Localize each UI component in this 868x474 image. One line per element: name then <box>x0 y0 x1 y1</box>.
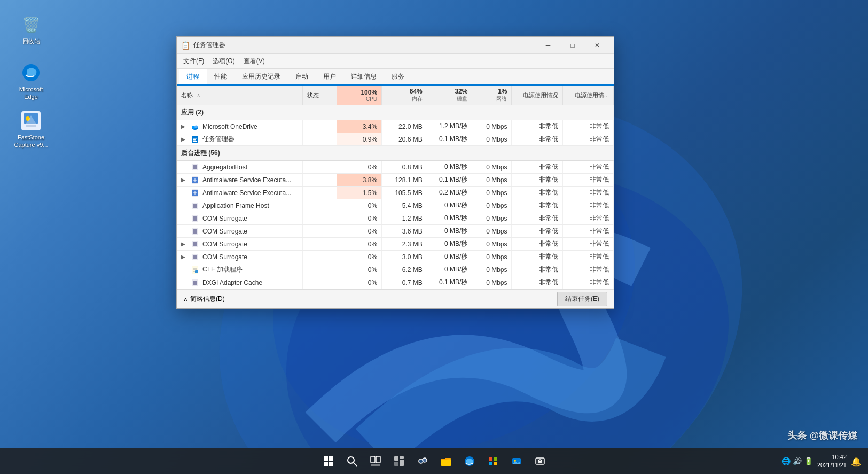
process-disk: 0.1 MB/秒 <box>427 133 472 146</box>
notification-icon[interactable]: 🔔 <box>851 456 862 467</box>
process-table-container[interactable]: 名称 ∧ 状态 100% CPU 64% 内存 32% 磁盘 <box>177 86 614 289</box>
svg-point-57 <box>419 460 423 463</box>
process-cpu: 0% <box>337 199 382 212</box>
taskbar-start-button[interactable] <box>318 450 339 472</box>
clock-time: 10:42 <box>817 453 847 461</box>
taskbar-chat-button[interactable] <box>412 450 433 472</box>
tab-bar: 进程 性能 应用历史记录 启动 用户 详细信息 服务 <box>177 69 614 86</box>
process-name-text: COM Surrogate <box>202 253 247 261</box>
process-row[interactable]: Application Frame Host0%5.4 MB0 MB/秒0 Mb… <box>177 199 614 212</box>
expand-arrow-icon[interactable]: ▶ <box>181 177 187 183</box>
process-disk: 0.1 MB/秒 <box>427 276 472 289</box>
taskbar-explorer-button[interactable] <box>435 450 457 472</box>
process-row[interactable]: COM Surrogate0%1.2 MB0 MB/秒0 Mbps非常低非常低 <box>177 212 614 225</box>
desktop-icon-edge[interactable]: Microsoft Edge <box>10 59 52 104</box>
process-icon <box>191 266 199 274</box>
network-icon[interactable]: 🌐 <box>781 457 791 465</box>
process-mem: 128.1 MB <box>382 174 427 187</box>
process-icon <box>191 201 199 210</box>
process-icon <box>191 240 199 248</box>
tab-processes[interactable]: 进程 <box>179 69 207 86</box>
process-power: 非常低 <box>512 225 562 238</box>
collapse-button[interactable]: ∧ 简略信息(D) <box>183 294 225 304</box>
process-power: 非常低 <box>512 263 562 276</box>
process-power2: 非常低 <box>562 251 613 263</box>
process-row[interactable]: ▶Microsoft OneDrive3.4%22.0 MB1.2 MB/秒0 … <box>177 120 614 133</box>
minimize-button[interactable]: ─ <box>536 37 560 54</box>
svg-rect-52 <box>394 456 398 461</box>
tab-startup[interactable]: 启动 <box>288 69 316 86</box>
process-power2: 非常低 <box>562 133 613 146</box>
desktop-icon-faststone[interactable]: FastStone Capture v9... <box>10 107 52 152</box>
taskbar-widgets-button[interactable] <box>388 450 410 472</box>
process-row[interactable]: AggregatorHost0%0.8 MB0 MB/秒0 Mbps非常低非常低 <box>177 161 614 174</box>
taskbar-capture-button[interactable] <box>529 450 551 472</box>
end-task-button[interactable]: 结束任务(E) <box>557 292 607 306</box>
watermark: 头条 @微课传媒 <box>787 429 857 442</box>
battery-icon[interactable]: 🔋 <box>804 457 813 465</box>
section-header-background: 后台进程 (56) <box>177 146 614 161</box>
taskbar-clock[interactable]: 10:42 2021/11/21 <box>817 453 847 470</box>
expand-arrow-icon[interactable]: ▶ <box>181 254 187 260</box>
close-button[interactable]: ✕ <box>585 37 609 54</box>
process-name-cell: Antimalware Service Executa... <box>177 187 303 199</box>
tab-performance[interactable]: 性能 <box>207 69 234 86</box>
svg-rect-63 <box>489 462 492 465</box>
process-net: 0 Mbps <box>472 225 512 238</box>
expand-arrow-icon[interactable]: ▶ <box>181 123 187 129</box>
process-row[interactable]: Antimalware Service Executa...1.5%105.5 … <box>177 187 614 199</box>
taskbar-store-button[interactable] <box>482 450 504 472</box>
process-cpu: 0% <box>337 225 382 238</box>
svg-rect-44 <box>329 456 333 461</box>
taskbar-taskview-button[interactable] <box>365 450 386 472</box>
tab-app-history[interactable]: 应用历史记录 <box>234 69 288 86</box>
process-row[interactable]: ▶Antimalware Service Executa...3.8%128.1… <box>177 174 614 187</box>
menu-options[interactable]: 选项(O) <box>208 55 239 67</box>
process-name-text: DXGI Adapter Cache <box>202 279 262 286</box>
process-row[interactable]: ▶COM Surrogate0%2.3 MB0 MB/秒0 Mbps非常低非常低 <box>177 238 614 251</box>
taskbar-photos-button[interactable] <box>506 450 527 472</box>
process-disk: 0 MB/秒 <box>427 238 472 251</box>
recycle-bin-label: 回收站 <box>22 37 40 45</box>
svg-rect-8 <box>26 125 36 127</box>
process-mem: 22.0 MB <box>382 120 427 133</box>
svg-rect-40 <box>195 270 198 273</box>
maximize-button[interactable]: □ <box>560 37 585 54</box>
col-power[interactable]: 电源使用情况 <box>512 86 562 105</box>
col-network[interactable]: 1% 网络 <box>472 86 512 105</box>
col-disk[interactable]: 32% 磁盘 <box>427 86 472 105</box>
taskbar-search-button[interactable] <box>341 450 363 472</box>
col-power-trend[interactable]: 电源使用情... <box>562 86 613 105</box>
taskbar-edge-button[interactable] <box>459 450 480 472</box>
col-memory[interactable]: 64% 内存 <box>382 86 427 105</box>
col-status[interactable]: 状态 <box>303 86 337 105</box>
process-row[interactable]: COM Surrogate0%3.6 MB0 MB/秒0 Mbps非常低非常低 <box>177 225 614 238</box>
col-name[interactable]: 名称 ∧ <box>177 86 303 105</box>
menu-file[interactable]: 文件(F) <box>179 55 208 67</box>
expand-arrow-icon[interactable]: ▶ <box>181 136 187 142</box>
process-row[interactable]: ▶COM Surrogate0%3.0 MB0 MB/秒0 Mbps非常低非常低 <box>177 251 614 263</box>
process-name-cell: Application Frame Host <box>177 199 303 212</box>
tab-services[interactable]: 服务 <box>384 69 412 86</box>
process-disk: 0.2 MB/秒 <box>427 187 472 199</box>
expand-arrow-icon[interactable]: ▶ <box>181 241 187 247</box>
process-disk: 1.2 MB/秒 <box>427 120 472 133</box>
process-row[interactable]: ▶任务管理器0.9%20.6 MB0.1 MB/秒0 Mbps非常低非常低 <box>177 133 614 146</box>
taskmanager-icon: 📋 <box>181 41 190 50</box>
process-row[interactable]: DXGI Adapter Cache0%0.7 MB0.1 MB/秒0 Mbps… <box>177 276 614 289</box>
process-disk: 0 MB/秒 <box>427 161 472 174</box>
process-row[interactable]: CTF 加载程序0%6.2 MB0 MB/秒0 Mbps非常低非常低 <box>177 263 614 276</box>
tab-details[interactable]: 详细信息 <box>343 69 384 86</box>
process-cpu: 0.9% <box>337 133 382 146</box>
menu-view[interactable]: 查看(V) <box>239 55 269 67</box>
process-net: 0 Mbps <box>472 133 512 146</box>
process-power: 非常低 <box>512 187 562 199</box>
svg-point-47 <box>348 457 354 463</box>
edge-icon <box>20 62 42 83</box>
desktop-icon-recycle-bin[interactable]: 🗑️ 回收站 <box>10 11 52 48</box>
tab-users[interactable]: 用户 <box>316 69 343 86</box>
process-icon <box>191 227 199 236</box>
col-cpu[interactable]: 100% CPU <box>337 86 382 105</box>
volume-icon[interactable]: 🔊 <box>793 457 802 465</box>
process-cpu: 3.8% <box>337 174 382 187</box>
